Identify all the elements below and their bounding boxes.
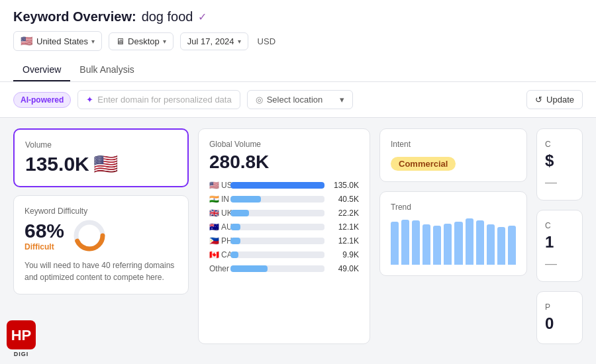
global-volume-label: Global Volume: [209, 140, 359, 149]
bar-fill: [230, 196, 261, 203]
update-button[interactable]: ↺ Update: [526, 90, 583, 109]
title-row: Keyword Overview: dog food ✓: [13, 9, 583, 24]
location-filter[interactable]: 🇺🇸 United States ▾: [13, 31, 102, 51]
bar-row: 🇨🇦CA9.9K: [209, 250, 359, 259]
trend-bar-item: [401, 220, 409, 265]
bar-fill: [230, 182, 324, 189]
refresh-icon: ↺: [535, 95, 542, 105]
toolbar: AI-powered ✦ Enter domain for personaliz…: [0, 82, 596, 118]
partial-card-comp: C 1 —: [536, 210, 583, 282]
tab-bulk-analysis[interactable]: Bulk Analysis: [70, 59, 143, 81]
bar-track: [230, 210, 324, 216]
trend-bar-item: [444, 224, 452, 265]
svg-text:HP: HP: [11, 327, 32, 343]
trend-label: Trend: [391, 203, 516, 212]
currency-label: USD: [258, 36, 275, 46]
bar-row: 🇮🇳IN40.5K: [209, 195, 359, 204]
trend-bar-item: [497, 227, 505, 265]
intent-badge: Commercial: [391, 157, 456, 171]
bar-value: 12.1K: [330, 222, 359, 232]
kd-row: 68% Difficult: [25, 218, 177, 253]
filters-row: 🇺🇸 United States ▾ 🖥 Desktop ▾ Jul 17, 2…: [13, 31, 583, 51]
device-label: Desktop: [128, 36, 160, 46]
logo-text: DIGI: [14, 351, 29, 357]
tabs-row: Overview Bulk Analysis: [13, 59, 583, 81]
bar-row: 🇵🇭PH12.1K: [209, 236, 359, 246]
bar-fill: [230, 238, 240, 244]
bar-fill: [230, 251, 238, 258]
volume-value: 135.0K 🇺🇸: [25, 152, 177, 175]
flag-icon: 🇬🇧: [209, 208, 219, 218]
bar-fill: [230, 210, 249, 216]
date-label: Jul 17, 2024: [187, 36, 234, 46]
partial-value-dollar: $: [545, 152, 574, 170]
bar-value: 9.9K: [330, 250, 359, 259]
flag-icon: 🇺🇸: [209, 181, 219, 190]
bar-fill: [230, 224, 240, 230]
bar-value: 40.5K: [330, 195, 359, 204]
donut-svg: [72, 218, 107, 253]
trend-bar-item: [433, 226, 441, 265]
partial-label-c1: C: [545, 140, 574, 149]
bar-track: [230, 196, 324, 203]
bar-track: [230, 182, 324, 189]
right-section: Intent Commercial Trend: [379, 128, 527, 344]
bar-row: Other49.0K: [209, 264, 359, 273]
partial-card-p: P 0: [536, 291, 583, 344]
kd-difficulty: Difficult: [25, 242, 64, 251]
page-header: Keyword Overview: dog food ✓ 🇺🇸 United S…: [0, 0, 596, 82]
left-column: Volume 135.0K 🇺🇸 Keyword Difficulty 68% …: [13, 128, 189, 344]
trend-bar-item: [508, 226, 516, 265]
trend-bar-item: [412, 220, 420, 265]
bar-row: 🇦🇺AU12.1K: [209, 222, 359, 232]
flag-icon: 🇮🇳: [209, 195, 219, 204]
global-volume-card: Global Volume 280.8K 🇺🇸US135.0K🇮🇳IN40.5K…: [198, 128, 370, 344]
page-title-query: dog food: [142, 9, 193, 24]
bar-track: [230, 265, 324, 272]
trend-card: Trend: [379, 191, 527, 276]
tab-overview[interactable]: Overview: [13, 59, 70, 81]
bar-country-code: 🇵🇭PH: [209, 236, 225, 246]
kd-card: Keyword Difficulty 68% Difficult You wil…: [13, 195, 189, 295]
trend-bar-item: [454, 222, 462, 265]
domain-placeholder: Enter domain for personalized data: [97, 95, 231, 105]
device-chevron-icon: ▾: [163, 38, 166, 45]
location-select-chevron-icon: ▾: [340, 95, 344, 105]
date-chevron-icon: ▾: [238, 38, 241, 45]
kd-description: You will need to have 40 referring domai…: [25, 259, 177, 283]
trend-bar-item: [476, 220, 484, 265]
verified-icon: ✓: [198, 11, 207, 23]
bar-value: 49.0K: [330, 264, 359, 273]
main-content: Volume 135.0K 🇺🇸 Keyword Difficulty 68% …: [0, 118, 596, 355]
bar-country-code: 🇮🇳IN: [209, 195, 225, 204]
bar-country-code: 🇦🇺AU: [209, 222, 225, 232]
partial-value-1: 1: [545, 233, 574, 251]
device-filter[interactable]: 🖥 Desktop ▾: [109, 32, 174, 50]
trend-bar-item: [391, 222, 399, 265]
logo-watermark: HP DIGI: [7, 320, 36, 357]
partial-dash-2: —: [545, 257, 574, 271]
bar-value: 12.1K: [330, 236, 359, 246]
bar-value: 135.0K: [330, 181, 359, 190]
bar-track: [230, 224, 324, 230]
partial-card-cpc: C $ —: [536, 128, 583, 201]
volume-card: Volume 135.0K 🇺🇸: [13, 128, 189, 187]
us-flag-volume-icon: 🇺🇸: [93, 152, 118, 175]
bar-country-code: 🇬🇧UK: [209, 208, 225, 218]
intent-card: Intent Commercial: [379, 128, 527, 182]
trend-bar-item: [487, 224, 495, 265]
flag-icon: 🇦🇺: [209, 222, 219, 232]
domain-input-wrapper[interactable]: ✦ Enter domain for personalized data: [77, 90, 240, 109]
kd-label: Keyword Difficulty: [25, 206, 177, 216]
trend-bar-item: [466, 218, 473, 265]
ai-powered-badge: AI-powered: [13, 92, 71, 108]
partial-value-0: 0: [545, 314, 574, 333]
partial-dash-1: —: [545, 175, 574, 189]
bar-row: 🇬🇧UK22.2K: [209, 208, 359, 218]
partial-section: C $ — C 1 — P 0: [536, 128, 583, 344]
monitor-icon: 🖥: [116, 36, 124, 46]
page-title-keyword: Keyword Overview:: [13, 9, 136, 24]
location-select-btn[interactable]: ◎ Select location ▾: [247, 90, 353, 109]
bar-rows-container: 🇺🇸US135.0K🇮🇳IN40.5K🇬🇧UK22.2K🇦🇺AU12.1K🇵🇭P…: [209, 181, 359, 273]
date-filter[interactable]: Jul 17, 2024 ▾: [180, 32, 248, 50]
